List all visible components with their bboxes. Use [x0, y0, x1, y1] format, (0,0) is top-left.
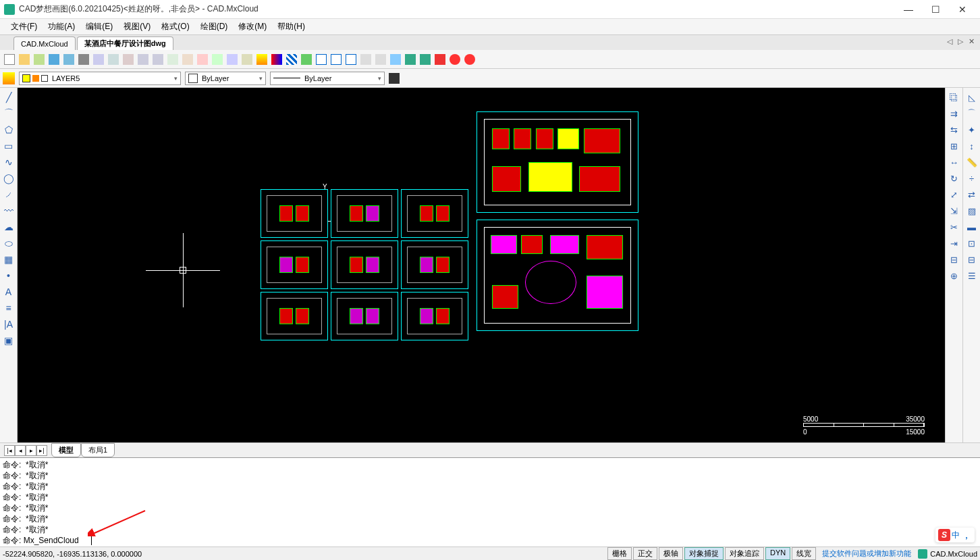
linetype-dropdown[interactable]: ByLayer	[270, 72, 385, 85]
chm-button[interactable]	[448, 53, 462, 66]
menu-function[interactable]: 功能(A)	[43, 19, 80, 34]
align-tool[interactable]: ⇄	[965, 188, 979, 201]
command-input[interactable]	[24, 536, 91, 545]
match-prop-button[interactable]	[240, 53, 254, 66]
break-tool[interactable]: ⊟	[948, 253, 961, 266]
feedback-link[interactable]: 提交软件问题或增加新功能	[822, 549, 911, 559]
layout-nav-first-icon[interactable]: |◂	[4, 445, 15, 456]
layer-manager-icon[interactable]	[3, 72, 15, 84]
tab-layout1[interactable]: 布局1	[81, 443, 115, 457]
polyline-tool[interactable]: ⟋	[2, 188, 16, 201]
tab-nav-next-icon[interactable]: ▷	[956, 37, 964, 46]
group-tool[interactable]: ⊡	[965, 236, 979, 250]
open-green-button[interactable]	[32, 53, 46, 66]
redo-button[interactable]	[374, 53, 387, 66]
text-IA-tool[interactable]: |A	[2, 317, 16, 331]
point-tool[interactable]: •	[2, 269, 16, 282]
tab-nav-prev-icon[interactable]: ◁	[946, 37, 954, 46]
web-button[interactable]	[404, 53, 417, 66]
block-tool[interactable]: ▣	[2, 334, 16, 347]
extend-tool[interactable]: ⇥	[948, 236, 961, 250]
menu-draw[interactable]: 绘图(D)	[195, 19, 234, 34]
layout-nav-next-icon[interactable]: ▸	[26, 445, 36, 456]
menu-help[interactable]: 帮助(H)	[272, 19, 310, 34]
pdf-button[interactable]	[433, 53, 447, 66]
wipeout-tool[interactable]: ▬	[965, 220, 979, 234]
cut-button[interactable]	[196, 53, 209, 66]
saveas-button[interactable]	[62, 53, 76, 66]
open-button[interactable]	[18, 53, 31, 66]
new-button[interactable]	[3, 53, 16, 66]
status-toggle-线宽[interactable]: 线宽	[792, 547, 816, 560]
text-A-tool[interactable]: A	[2, 285, 16, 299]
polygon-tool[interactable]: ⬠	[2, 123, 16, 136]
explode-tool[interactable]: ✦	[965, 123, 979, 136]
layout-nav-prev-icon[interactable]: ◂	[15, 445, 26, 456]
props-tool[interactable]: ☰	[965, 269, 979, 282]
copy2-tool[interactable]: ⿻	[948, 91, 961, 104]
status-toggle-栅格[interactable]: 栅格	[607, 547, 632, 560]
zoom-in-button[interactable]	[92, 53, 105, 66]
curve-tool[interactable]: ∿	[2, 155, 16, 169]
spline-tool[interactable]: 〰	[2, 204, 16, 218]
zoom-prev-button[interactable]	[166, 53, 180, 66]
menu-view[interactable]: 视图(V)	[118, 19, 156, 34]
drawing-canvas[interactable]: YX	[18, 88, 945, 442]
mirror-tool[interactable]: ⇆	[948, 123, 961, 136]
zoom-dyn-button[interactable]	[151, 53, 165, 66]
doc-tab-cloud[interactable]: CAD.MxCloud	[13, 36, 76, 50]
status-toggle-对象捕捉[interactable]: 对象捕捉	[684, 547, 724, 560]
image-button[interactable]	[300, 53, 313, 66]
rotate-tool[interactable]: ↻	[948, 172, 961, 185]
divide-tool[interactable]: ÷	[965, 172, 979, 185]
rectangle-tool[interactable]: ▭	[2, 139, 16, 153]
minimize-button[interactable]: —	[895, 0, 922, 19]
trim-tool[interactable]: ✂	[948, 220, 961, 234]
paste-button[interactable]	[225, 53, 239, 66]
copy-button[interactable]	[211, 53, 224, 66]
doc-tab-drawing[interactable]: 某酒店中餐厅设计图dwg	[77, 36, 173, 50]
layer-dropdown[interactable]: LAYER5	[19, 72, 181, 85]
menu-modify[interactable]: 修改(M)	[233, 19, 272, 34]
move-tool[interactable]: ↔	[948, 155, 961, 169]
chamfer-tool[interactable]: ◺	[965, 91, 979, 104]
offset-tool[interactable]: ⇉	[948, 107, 961, 120]
close-button[interactable]: ✕	[949, 0, 976, 19]
status-toggle-极轴[interactable]: 极轴	[659, 547, 683, 560]
array-tool[interactable]: ⊞	[948, 139, 961, 153]
lengthen-tool[interactable]: ↕	[965, 139, 979, 153]
menu-edit[interactable]: 编辑(E)	[80, 19, 118, 34]
circle-tool[interactable]: ◯	[2, 172, 16, 185]
tab-model[interactable]: 模型	[51, 443, 81, 457]
ellipse-tool[interactable]: ⬭	[2, 236, 16, 250]
color-dropdown[interactable]: ByLayer	[185, 72, 266, 85]
menu-file[interactable]: 文件(F)	[5, 19, 43, 34]
maximize-button[interactable]: ☐	[922, 0, 949, 19]
save-button[interactable]	[47, 53, 61, 66]
print-button[interactable]	[77, 53, 90, 66]
lineweight-icon[interactable]	[389, 73, 400, 84]
region-tool[interactable]: ▦	[2, 253, 16, 266]
line-tool[interactable]: ╱	[2, 91, 16, 104]
zoom-all-button[interactable]	[136, 53, 150, 66]
zoom-window-button[interactable]	[121, 53, 135, 66]
mtext-tool[interactable]: ≡	[2, 301, 16, 315]
table-button[interactable]	[315, 53, 328, 66]
menu-format[interactable]: 格式(O)	[156, 19, 194, 34]
status-toggle-正交[interactable]: 正交	[633, 547, 657, 560]
toggle-button[interactable]	[329, 53, 343, 66]
ime-indicator[interactable]: S 中 ，	[935, 528, 975, 542]
ungroup-tool[interactable]: ⊟	[965, 253, 979, 266]
arc-tool[interactable]: ⌒	[2, 107, 16, 120]
help-button[interactable]	[463, 53, 477, 66]
status-toggle-DYN[interactable]: DYN	[765, 547, 790, 560]
zoom-out-button[interactable]	[107, 53, 120, 66]
join-tool[interactable]: ⊕	[948, 269, 961, 282]
fillet-tool[interactable]: ⌒	[965, 107, 979, 120]
gradient-button[interactable]	[270, 53, 283, 66]
measure-tool[interactable]: 📏	[965, 155, 979, 169]
pan-button[interactable]	[181, 53, 194, 66]
cloud-button[interactable]	[389, 53, 402, 66]
hatch-button[interactable]	[285, 53, 298, 66]
revcloud-tool[interactable]: ☁	[2, 220, 16, 234]
